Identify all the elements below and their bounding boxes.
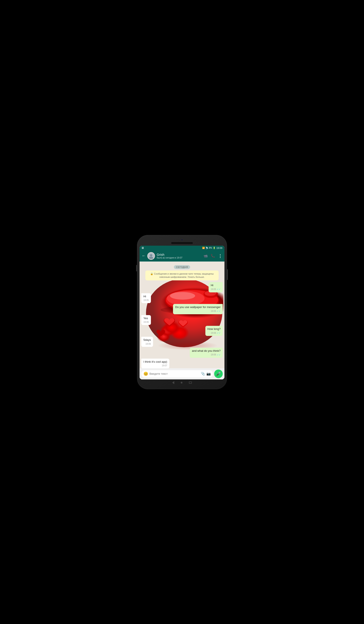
message-row: 5days 19:06: [141, 337, 223, 347]
svg-point-1: [150, 254, 153, 256]
message-text: How long?: [208, 327, 221, 331]
date-label: СЕГОДНЯ: [174, 265, 190, 269]
message-time: 19:06: [143, 321, 149, 324]
message-text: Hi: [143, 294, 149, 298]
power-button: [227, 269, 228, 280]
signal-icon: 📡: [206, 247, 208, 249]
phone-screen: 🖼 📶 📡 8% 🔋 19:09 ← Grish: [140, 246, 224, 379]
message-row: and what do you think? 19:06 ✓✓: [141, 348, 223, 358]
front-camera: [181, 239, 183, 241]
message-ticks: ✓✓: [217, 331, 221, 335]
back-button[interactable]: ←: [142, 254, 146, 258]
message-time: 19:06: [211, 353, 216, 356]
message-bubble: Hi 19:05: [141, 293, 151, 303]
battery-percentage: 8%: [209, 247, 212, 249]
date-badge: СЕГОДНЯ: [141, 265, 223, 269]
wifi-icon: 📶: [202, 247, 205, 249]
message-input-container: 😊 📎 📷: [141, 370, 213, 377]
message-meta: 19:05 ✓✓: [211, 288, 221, 291]
message-bubble: Do you use wallpaper for messenger 19:05…: [173, 304, 223, 314]
input-bar: 😊 📎 📷 🎤: [140, 368, 224, 379]
camera-button[interactable]: 📷: [207, 372, 211, 376]
message-text: I think it's cool app): [143, 360, 167, 364]
message-time: 19:05: [211, 310, 216, 313]
message-meta: 19:05 ✓✓: [175, 310, 221, 313]
message-meta: 19:06 ✓✓: [208, 331, 221, 335]
volume-button-left: [136, 265, 137, 271]
message-ticks: ✓✓: [217, 310, 221, 313]
message-meta: 19:06: [143, 321, 149, 324]
message-time: 19:06: [146, 342, 151, 345]
phone-nav-bar: [140, 379, 224, 385]
video-call-button[interactable]: 📹: [204, 254, 208, 258]
message-bubble: 5days 19:06: [141, 337, 153, 347]
mic-icon: 🎤: [216, 371, 221, 376]
message-row: I think it's cool app) 19:07: [141, 359, 223, 368]
message-meta: 19:05: [143, 299, 149, 302]
encryption-notice: 🔒 Сообщения и звонки в данном чате тепер…: [145, 270, 219, 281]
message-text: Do you use wallpaper for messenger: [175, 305, 221, 309]
encryption-text: 🔒 Сообщения и звонки в данном чате тепер…: [150, 272, 213, 278]
message-bubble: I think it's cool app) 19:07: [141, 359, 169, 368]
status-bar: 🖼 📶 📡 8% 🔋 19:09: [140, 246, 224, 250]
home-nav[interactable]: [181, 382, 182, 384]
message-ticks: ✓✓: [217, 288, 221, 291]
message-meta: 19:06 ✓✓: [192, 353, 221, 357]
message-time: 19:06: [211, 332, 216, 335]
message-time: 19:05: [211, 288, 216, 291]
mic-button[interactable]: 🎤: [214, 369, 223, 378]
message-ticks: ✓✓: [217, 353, 221, 357]
message-row: Yes 19:06: [141, 315, 223, 325]
message-bubble: and what do you think? 19:06 ✓✓: [190, 348, 223, 358]
message-text: Yes: [143, 316, 149, 320]
contact-info[interactable]: Grish был(-а) сегодня в 19:07: [157, 253, 202, 259]
header-actions: 📹 📞 ⋮: [204, 253, 222, 259]
contact-status: был(-а) сегодня в 19:07: [157, 256, 202, 259]
chat-header: ← Grish был(-а) сегодня в 19:07 📹 📞 ⋮: [140, 250, 224, 261]
message-bubble: How long? 19:06 ✓✓: [205, 326, 223, 336]
message-bubble: Hi 19:05 ✓✓: [208, 282, 223, 292]
message-meta: 19:06: [143, 342, 151, 345]
contact-name: Grish: [157, 253, 202, 256]
message-text: 5days: [143, 338, 151, 342]
message-row: Do you use wallpaper for messenger 19:05…: [141, 304, 223, 314]
chat-body: СЕГОДНЯ 🔒 Сообщения и звонки в данном ча…: [140, 261, 224, 368]
message-row: Hi 19:05: [141, 293, 223, 303]
phone-device: 🖼 📶 📡 8% 🔋 19:09 ← Grish: [137, 235, 227, 389]
message-bubble: Yes 19:06: [141, 315, 151, 325]
message-input[interactable]: [149, 372, 200, 375]
contact-avatar[interactable]: [147, 252, 155, 260]
clock: 19:09: [216, 247, 222, 249]
earpiece-speaker: [171, 242, 193, 244]
message-meta: 19:07: [143, 364, 167, 367]
message-row: How long? 19:06 ✓✓: [141, 326, 223, 336]
status-left: 🖼: [142, 247, 144, 249]
attach-button[interactable]: 📎: [201, 372, 205, 376]
message-text: Hi: [211, 283, 221, 287]
phone-call-button[interactable]: 📞: [211, 254, 215, 258]
recents-nav[interactable]: [189, 382, 192, 384]
message-time: 19:07: [162, 364, 167, 367]
notification-icon: 🖼: [142, 247, 144, 249]
message-text: and what do you think?: [192, 349, 221, 353]
message-row: Hi 19:05 ✓✓: [141, 282, 223, 292]
message-time: 19:05: [143, 299, 149, 302]
more-options-button[interactable]: ⋮: [218, 253, 222, 259]
back-nav[interactable]: [172, 381, 174, 384]
status-right: 📶 📡 8% 🔋 19:09: [202, 247, 222, 249]
emoji-button[interactable]: 😊: [143, 371, 148, 376]
battery-icon: 🔋: [213, 247, 215, 249]
